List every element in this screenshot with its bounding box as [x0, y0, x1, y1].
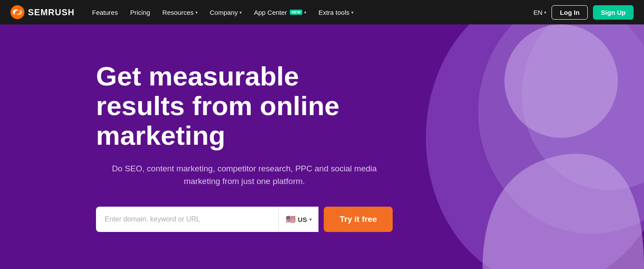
chevron-down-icon: ▾	[544, 10, 546, 15]
semrush-logo-icon	[10, 5, 24, 19]
nav-item-company[interactable]: Company ▾	[210, 9, 242, 16]
chevron-down-icon: ▾	[351, 10, 353, 15]
logo-text: SEMRUSH	[28, 7, 75, 17]
hero-section: Get measurable results from online marke…	[0, 24, 644, 269]
logo[interactable]: SEMRUSH	[10, 5, 75, 19]
nav-item-features[interactable]: Features	[92, 9, 118, 16]
country-selector[interactable]: 🇺🇸 US ▾	[278, 207, 319, 232]
chevron-down-icon: ▾	[240, 10, 242, 15]
search-input[interactable]	[96, 207, 278, 232]
svg-point-0	[10, 5, 24, 19]
new-badge: NEW	[290, 10, 302, 15]
nav-item-extra-tools[interactable]: Extra tools ▾	[319, 9, 353, 16]
hero-silhouette	[426, 24, 644, 269]
chevron-down-icon: ▾	[195, 10, 198, 15]
hero-subtitle: Do SEO, content marketing, competitor re…	[96, 163, 393, 187]
hero-content: Get measurable results from online marke…	[0, 61, 393, 232]
hero-title: Get measurable results from online marke…	[96, 61, 393, 151]
nav-item-resources[interactable]: Resources ▾	[162, 9, 198, 16]
svg-point-3	[504, 24, 618, 138]
chevron-down-icon: ▾	[304, 10, 306, 15]
language-selector[interactable]: EN ▾	[533, 9, 546, 16]
nav-right: EN ▾ Log In Sign Up	[533, 5, 634, 20]
try-free-button[interactable]: Try it free	[324, 207, 393, 232]
nav-item-app-center[interactable]: App Center NEW ▾	[254, 9, 306, 16]
navbar: SEMRUSH Features Pricing Resources ▾ Com…	[0, 0, 644, 24]
login-button[interactable]: Log In	[552, 5, 588, 20]
search-box: 🇺🇸 US ▾	[96, 207, 319, 232]
nav-item-pricing[interactable]: Pricing	[130, 9, 150, 16]
signup-button[interactable]: Sign Up	[593, 5, 634, 20]
flag-icon: 🇺🇸	[286, 215, 295, 224]
chevron-down-icon: ▾	[309, 217, 312, 222]
search-row: 🇺🇸 US ▾ Try it free	[96, 207, 393, 232]
nav-links: Features Pricing Resources ▾ Company ▾ A…	[92, 9, 519, 16]
